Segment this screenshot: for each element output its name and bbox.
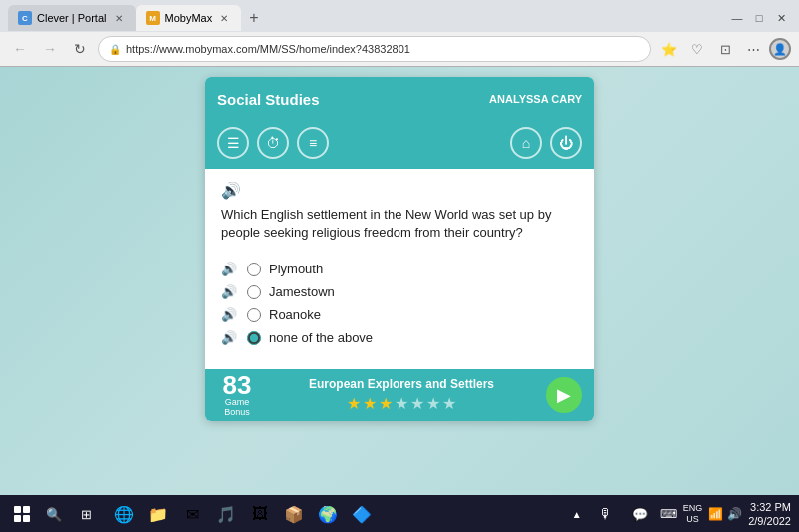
tab-clever[interactable]: C Clever | Portal ✕ [8,5,136,31]
quiz-body: 🔊 Which English settlement in the New Wo… [205,169,594,369]
quiz-header: Social Studies ANALYSSA CARY [205,77,594,121]
bonus-number: 83 [223,372,252,398]
question-text: Which English settlement in the New Worl… [221,206,578,242]
next-button[interactable]: ▶ [546,377,582,413]
lang-line2: US [686,514,699,525]
windows-logo-icon [14,506,30,522]
star-3: ★ [379,394,393,413]
star-4: ★ [395,394,408,413]
window-controls: — □ ✕ [727,8,791,28]
question-audio-icon[interactable]: 🔊 [221,181,578,200]
language-indicator[interactable]: ENG US [683,503,703,525]
quiz-footer: 83 Game Bonus European Explorers and Set… [205,369,594,421]
radio-none[interactable] [247,331,261,345]
star-6: ★ [426,394,440,413]
power-button[interactable]: ⏻ [550,127,582,159]
favorites-button[interactable]: ♡ [685,37,709,61]
collections-button[interactable]: ⊡ [713,37,737,61]
mic-button[interactable]: 🎙 [592,500,620,528]
taskbar-app-mail[interactable]: ✉ [176,498,208,530]
system-tray-chevron[interactable]: ▲ [568,507,586,522]
clock-time: 3:32 PM [750,500,791,514]
settings-button[interactable]: ⋯ [741,37,765,61]
browser-chrome: C Clever | Portal ✕ M MobyMax ✕ + — □ ✕ … [0,0,799,67]
quiz-user: ANALYSSA CARY [489,93,582,105]
taskbar-app-office[interactable]: 🔷 [346,498,378,530]
tab-clever-close[interactable]: ✕ [112,12,126,25]
tab-mobymax-label: MobyMax [165,12,213,24]
start-button[interactable] [8,500,36,528]
speaker-icon-a4[interactable]: 🔊 [221,330,239,345]
list-button[interactable]: ≡ [297,127,329,159]
speaker-taskbar-icon[interactable]: 🔊 [727,507,742,521]
back-button[interactable]: ← [8,37,32,61]
answer-option-jamestown[interactable]: 🔊 Jamestown [221,280,578,303]
menu-button[interactable]: ☰ [217,127,249,159]
speaker-icon-a2[interactable]: 🔊 [221,284,239,299]
clever-favicon: C [18,11,32,25]
taskbar-apps: 🌐 📁 ✉ 🎵 🖼 📦 🌍 🔷 [108,498,378,530]
timer-button[interactable]: ⏱ [257,127,289,159]
system-icons: ⌨ [660,507,677,521]
quiz-card: Social Studies ANALYSSA CARY ☰ ⏱ ≡ ⌂ ⏻ 🔊… [205,77,594,421]
star-5: ★ [410,394,424,413]
tab-bar: C Clever | Portal ✕ M MobyMax ✕ + — □ ✕ [0,0,799,32]
label-roanoke[interactable]: Roanoke [269,307,321,322]
search-taskbar-button[interactable]: 🔍 [40,500,68,528]
keyboard-icon[interactable]: ⌨ [660,507,677,521]
forward-button[interactable]: → [38,37,62,61]
network-icons: 📶 🔊 [708,507,742,521]
taskbar-app-explorer[interactable]: 📁 [142,498,174,530]
address-bar[interactable]: 🔒 https://www.mobymax.com/MM/SS/home/ind… [98,36,651,62]
lang-line1: ENG [683,503,703,514]
taskbar-app-browser2[interactable]: 🌍 [312,498,344,530]
network-icon[interactable]: 📶 [708,507,723,521]
tab-mobymax[interactable]: M MobyMax ✕ [136,5,242,31]
chevron-up-icon: ▲ [572,509,582,520]
chat-button[interactable]: 💬 [626,500,654,528]
quiz-tools-right: ⌂ ⏻ [510,127,582,159]
label-plymouth[interactable]: Plymouth [269,262,323,276]
game-bonus: 83 Game Bonus [217,372,257,418]
speaker-icon-a1[interactable]: 🔊 [221,262,239,276]
tab-clever-label: Clever | Portal [37,12,107,24]
new-tab-button[interactable]: + [241,7,266,29]
quiz-toolbar: ☰ ⏱ ≡ ⌂ ⏻ [205,121,594,169]
footer-center: European Explorers and Settlers ★ ★ ★ ★ … [267,377,536,413]
minimize-button[interactable]: — [727,8,747,28]
taskbar-app-edge[interactable]: 🌐 [108,498,140,530]
stars-row: ★ ★ ★ ★ ★ ★ ★ [347,394,456,413]
profile-button[interactable]: 👤 [769,38,791,60]
browser-toolbar-icons: ⭐ ♡ ⊡ ⋯ 👤 [657,37,791,61]
taskbar-app-store[interactable]: 📦 [278,498,310,530]
label-jamestown[interactable]: Jamestown [269,284,335,299]
quiz-tools-left: ☰ ⏱ ≡ [217,127,329,159]
answer-option-roanoke[interactable]: 🔊 Roanoke [221,303,578,326]
refresh-button[interactable]: ↻ [68,37,92,61]
mobymax-favicon: M [146,11,160,25]
clock-date: 2/9/2022 [748,514,791,528]
tab-mobymax-close[interactable]: ✕ [217,12,231,25]
radio-roanoke[interactable] [247,308,261,322]
label-none[interactable]: none of the above [269,330,373,345]
taskbar-right: ▲ 🎙 💬 ⌨ ENG US 📶 🔊 3:32 PM 2/9/2022 [568,500,791,529]
maximize-button[interactable]: □ [749,8,769,28]
taskbar: 🔍 ⊞ 🌐 📁 ✉ 🎵 🖼 📦 🌍 🔷 ▲ 🎙 💬 ⌨ ENG US 📶 🔊 3… [0,495,799,532]
address-bar-row: ← → ↻ 🔒 https://www.mobymax.com/MM/SS/ho… [0,32,799,66]
speaker-icon-a3[interactable]: 🔊 [221,307,239,322]
answer-option-plymouth[interactable]: 🔊 Plymouth [221,258,578,280]
star-7: ★ [442,394,456,413]
close-button[interactable]: ✕ [771,8,791,28]
star-2: ★ [363,394,377,413]
taskview-button[interactable]: ⊞ [72,500,100,528]
taskbar-app-music[interactable]: 🎵 [210,498,242,530]
taskbar-clock[interactable]: 3:32 PM 2/9/2022 [748,500,791,529]
radio-jamestown[interactable] [247,285,261,299]
home-button[interactable]: ⌂ [510,127,542,159]
answer-option-none[interactable]: 🔊 none of the above [221,326,578,349]
taskbar-app-photos[interactable]: 🖼 [244,498,276,530]
radio-plymouth[interactable] [247,263,261,276]
bonus-label: Game Bonus [224,398,250,418]
extensions-button[interactable]: ⭐ [657,37,681,61]
address-text: https://www.mobymax.com/MM/SS/home/index… [126,43,640,55]
